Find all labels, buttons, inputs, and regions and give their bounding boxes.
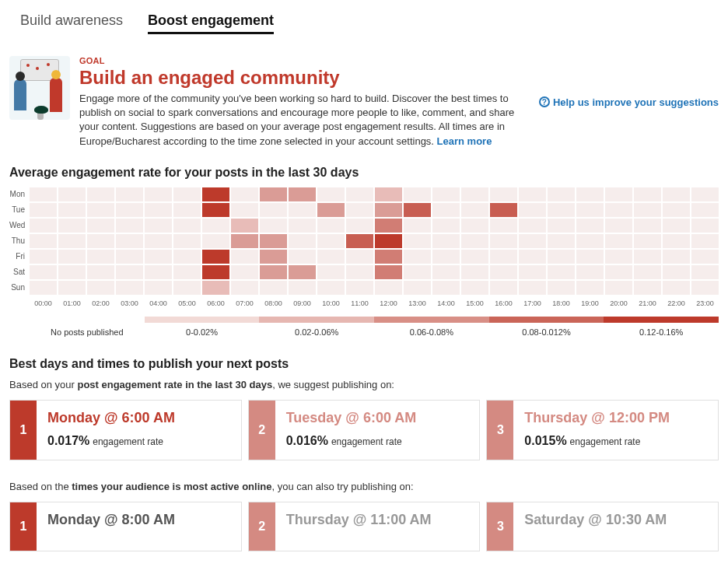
- heatmap-cell[interactable]: [260, 265, 287, 279]
- heatmap-cell[interactable]: [202, 265, 229, 279]
- heatmap-cell[interactable]: [519, 203, 546, 217]
- heatmap-cell[interactable]: [461, 234, 488, 248]
- heatmap-cell[interactable]: [691, 187, 719, 201]
- heatmap-cell[interactable]: [260, 234, 287, 248]
- help-improve-link[interactable]: ? Help us improve your suggestions: [539, 56, 719, 149]
- heatmap-cell[interactable]: [548, 219, 575, 233]
- heatmap-cell[interactable]: [519, 234, 546, 248]
- heatmap-cell[interactable]: [404, 281, 431, 295]
- heatmap-cell[interactable]: [605, 265, 632, 279]
- heatmap-cell[interactable]: [173, 265, 201, 279]
- heatmap-cell[interactable]: [202, 250, 229, 264]
- heatmap-cell[interactable]: [576, 265, 604, 279]
- suggestion-card[interactable]: 1Monday @ 8:00 AM: [9, 502, 242, 551]
- heatmap-cell[interactable]: [634, 250, 661, 264]
- heatmap-cell[interactable]: [317, 219, 345, 233]
- heatmap-cell[interactable]: [576, 187, 604, 201]
- heatmap-cell[interactable]: [231, 187, 258, 201]
- heatmap-cell[interactable]: [461, 203, 488, 217]
- heatmap-cell[interactable]: [375, 187, 402, 201]
- heatmap-cell[interactable]: [404, 250, 431, 264]
- heatmap-cell[interactable]: [663, 265, 690, 279]
- heatmap-cell[interactable]: [145, 265, 172, 279]
- heatmap-cell[interactable]: [663, 250, 690, 264]
- heatmap-cell[interactable]: [375, 265, 402, 279]
- heatmap-cell[interactable]: [605, 219, 632, 233]
- heatmap-cell[interactable]: [173, 203, 201, 217]
- heatmap-cell[interactable]: [605, 250, 632, 264]
- heatmap-cell[interactable]: [490, 203, 517, 217]
- heatmap-cell[interactable]: [30, 265, 57, 279]
- heatmap-cell[interactable]: [519, 265, 546, 279]
- heatmap-cell[interactable]: [519, 187, 546, 201]
- heatmap-cell[interactable]: [116, 219, 143, 233]
- heatmap-cell[interactable]: [87, 234, 114, 248]
- heatmap-cell[interactable]: [87, 281, 114, 295]
- heatmap-cell[interactable]: [404, 234, 431, 248]
- heatmap-cell[interactable]: [634, 265, 661, 279]
- heatmap-cell[interactable]: [202, 203, 229, 217]
- heatmap-cell[interactable]: [634, 234, 661, 248]
- heatmap-cell[interactable]: [30, 281, 57, 295]
- heatmap-cell[interactable]: [87, 265, 114, 279]
- heatmap-cell[interactable]: [231, 250, 258, 264]
- tab-build-awareness[interactable]: Build awareness: [20, 12, 123, 34]
- heatmap-cell[interactable]: [404, 219, 431, 233]
- heatmap-cell[interactable]: [461, 265, 488, 279]
- heatmap-cell[interactable]: [432, 250, 460, 264]
- heatmap-cell[interactable]: [490, 219, 517, 233]
- heatmap-cell[interactable]: [289, 203, 316, 217]
- heatmap-cell[interactable]: [289, 265, 316, 279]
- heatmap-cell[interactable]: [116, 265, 143, 279]
- tab-boost-engagement[interactable]: Boost engagement: [148, 12, 274, 34]
- heatmap-cell[interactable]: [231, 234, 258, 248]
- heatmap-cell[interactable]: [289, 234, 316, 248]
- heatmap-cell[interactable]: [346, 265, 373, 279]
- heatmap-cell[interactable]: [461, 187, 488, 201]
- heatmap-cell[interactable]: [375, 234, 402, 248]
- heatmap-cell[interactable]: [87, 203, 114, 217]
- heatmap-cell[interactable]: [173, 250, 201, 264]
- heatmap-cell[interactable]: [634, 203, 661, 217]
- heatmap-cell[interactable]: [173, 219, 201, 233]
- heatmap-cell[interactable]: [576, 250, 604, 264]
- heatmap-cell[interactable]: [663, 203, 690, 217]
- heatmap-cell[interactable]: [30, 203, 57, 217]
- heatmap-cell[interactable]: [289, 219, 316, 233]
- heatmap-cell[interactable]: [202, 187, 229, 201]
- heatmap-cell[interactable]: [605, 234, 632, 248]
- heatmap-cell[interactable]: [634, 219, 661, 233]
- heatmap-cell[interactable]: [346, 219, 373, 233]
- heatmap-cell[interactable]: [576, 203, 604, 217]
- heatmap-cell[interactable]: [634, 187, 661, 201]
- heatmap-cell[interactable]: [173, 281, 201, 295]
- heatmap-cell[interactable]: [317, 281, 345, 295]
- heatmap-cell[interactable]: [87, 250, 114, 264]
- heatmap-cell[interactable]: [432, 187, 460, 201]
- heatmap-cell[interactable]: [116, 250, 143, 264]
- heatmap-cell[interactable]: [375, 219, 402, 233]
- heatmap-cell[interactable]: [432, 219, 460, 233]
- heatmap-cell[interactable]: [58, 203, 86, 217]
- heatmap-cell[interactable]: [58, 219, 86, 233]
- heatmap-cell[interactable]: [634, 281, 661, 295]
- heatmap-cell[interactable]: [173, 234, 201, 248]
- heatmap-cell[interactable]: [145, 250, 172, 264]
- heatmap-cell[interactable]: [691, 281, 719, 295]
- heatmap-cell[interactable]: [260, 219, 287, 233]
- heatmap-cell[interactable]: [346, 250, 373, 264]
- heatmap-cell[interactable]: [145, 234, 172, 248]
- heatmap-cell[interactable]: [663, 219, 690, 233]
- heatmap-cell[interactable]: [432, 281, 460, 295]
- heatmap-cell[interactable]: [519, 281, 546, 295]
- heatmap-cell[interactable]: [58, 250, 86, 264]
- heatmap-cell[interactable]: [576, 219, 604, 233]
- heatmap-cell[interactable]: [548, 265, 575, 279]
- heatmap-cell[interactable]: [605, 281, 632, 295]
- heatmap-cell[interactable]: [317, 250, 345, 264]
- heatmap-cell[interactable]: [576, 281, 604, 295]
- heatmap-cell[interactable]: [202, 234, 229, 248]
- heatmap-cell[interactable]: [461, 250, 488, 264]
- heatmap-cell[interactable]: [116, 281, 143, 295]
- heatmap-cell[interactable]: [375, 281, 402, 295]
